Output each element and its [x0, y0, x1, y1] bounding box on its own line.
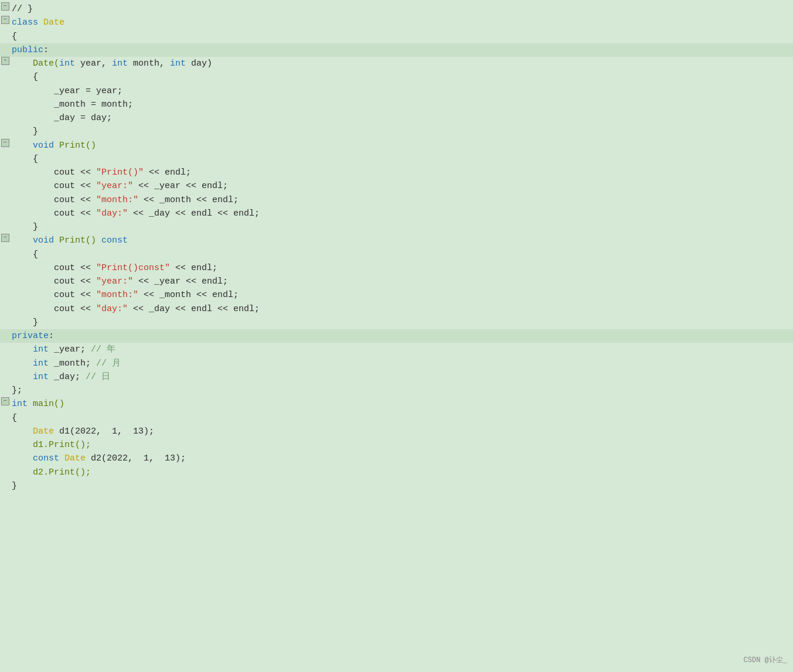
token: Print()	[54, 141, 96, 151]
code-line: int _month; // 月	[0, 357, 793, 370]
code-line: cout << "year:" << _year << endl;	[0, 275, 793, 288]
line-gutter: −	[0, 397, 11, 405]
code-line: {	[0, 152, 793, 166]
line-content: int _year; // 年	[11, 343, 793, 356]
line-content: cout << "day:" << _day << endl << endl;	[11, 207, 793, 220]
line-content: int _day; // 日	[11, 370, 793, 384]
code-line: cout << "Print()" << endl;	[0, 166, 793, 179]
code-line: Date d1(2022, 1, 13);	[0, 425, 793, 438]
token: month,	[128, 59, 170, 69]
line-content: Date(int year, int month, int day)	[11, 57, 793, 70]
token: cout <<	[54, 290, 96, 300]
line-content: _month = month;	[11, 98, 793, 111]
line-content: _day = day;	[11, 111, 793, 125]
code-line: }	[0, 220, 793, 234]
collapse-icon[interactable]: −	[1, 397, 9, 405]
token: :	[43, 45, 49, 55]
token: void	[33, 236, 54, 245]
code-line: int _year; // 年	[0, 343, 793, 356]
token: {	[12, 32, 17, 42]
line-content: public:	[11, 43, 793, 57]
collapse-icon[interactable]: −	[1, 2, 9, 11]
collapse-icon[interactable]: −	[1, 234, 9, 242]
line-gutter: −	[0, 2, 11, 11]
token: }	[33, 318, 38, 328]
token: "year:"	[96, 277, 133, 286]
token: _day;	[49, 372, 86, 382]
token: cout <<	[54, 263, 96, 273]
line-content: };	[11, 384, 793, 397]
token: {	[12, 413, 17, 423]
token: "day:"	[96, 209, 128, 219]
line-content: }	[11, 125, 793, 138]
token: cout <<	[54, 181, 96, 191]
collapse-icon[interactable]: −	[1, 57, 9, 65]
code-line: cout << "day:" << _day << endl << endl;	[0, 207, 793, 220]
token: int	[33, 359, 49, 369]
token: << _day << endl << endl;	[128, 209, 260, 219]
token: << _month << endl;	[138, 290, 239, 300]
token: const	[33, 453, 59, 463]
line-content: class Date	[11, 16, 793, 29]
token: _day = day;	[54, 113, 112, 123]
token: Date	[33, 427, 54, 436]
token: cout <<	[54, 168, 96, 178]
token: Date(	[33, 59, 59, 69]
line-content: cout << "day:" << _day << endl << endl;	[11, 302, 793, 316]
token: Date	[43, 18, 64, 28]
token: d2(2022, 1, 13);	[86, 453, 186, 463]
line-content: }	[11, 220, 793, 234]
code-line: _month = month;	[0, 98, 793, 111]
token: // }	[12, 4, 33, 14]
token: {	[33, 72, 38, 82]
code-line: cout << "Print()const" << endl;	[0, 261, 793, 275]
code-line: public:	[0, 43, 793, 57]
token: << _day << endl << endl;	[128, 304, 260, 314]
code-line: }	[0, 316, 793, 329]
line-content: cout << "month:" << _month << endl;	[11, 193, 793, 207]
line-content: _year = year;	[11, 84, 793, 98]
line-gutter: −	[0, 234, 11, 242]
code-line: }	[0, 125, 793, 138]
line-content: {	[11, 152, 793, 166]
token: cout <<	[54, 209, 96, 219]
code-line: _day = day;	[0, 111, 793, 125]
token: class	[12, 18, 43, 28]
token: d2.Print();	[33, 468, 91, 477]
token: int	[112, 59, 128, 69]
line-content: void Print()	[11, 139, 793, 152]
token: cout <<	[54, 304, 96, 314]
token: cout <<	[54, 195, 96, 205]
line-content: {	[11, 248, 793, 261]
code-line: cout << "year:" << _year << endl;	[0, 179, 793, 193]
token: _year;	[49, 344, 91, 354]
collapse-icon[interactable]: −	[1, 16, 9, 24]
line-content: cout << "Print()" << endl;	[11, 166, 793, 179]
line-content: {	[11, 411, 793, 425]
token: "year:"	[96, 181, 133, 191]
line-content: d2.Print();	[11, 466, 793, 479]
token: int	[59, 59, 75, 69]
token: "Print()const"	[96, 263, 170, 273]
token: // 年	[91, 344, 115, 354]
token: year,	[75, 59, 112, 69]
code-line: cout << "day:" << _day << endl << endl;	[0, 302, 793, 316]
line-content: d1.Print();	[11, 438, 793, 452]
token: day)	[186, 59, 212, 69]
token: int	[170, 59, 186, 69]
code-line: −// }	[0, 2, 793, 16]
token: main()	[28, 399, 64, 409]
code-line: d2.Print();	[0, 466, 793, 479]
line-content: void Print() const	[11, 234, 793, 247]
token: private	[12, 331, 49, 341]
token: Date	[59, 453, 86, 463]
token: // 月	[96, 359, 121, 369]
token: cout <<	[54, 277, 96, 286]
token: << _month << endl;	[138, 195, 239, 205]
line-content: {	[11, 70, 793, 84]
code-line: _year = year;	[0, 84, 793, 98]
code-line: private:	[0, 329, 793, 343]
code-line: cout << "month:" << _month << endl;	[0, 288, 793, 302]
line-gutter: −	[0, 139, 11, 147]
collapse-icon[interactable]: −	[1, 139, 9, 147]
